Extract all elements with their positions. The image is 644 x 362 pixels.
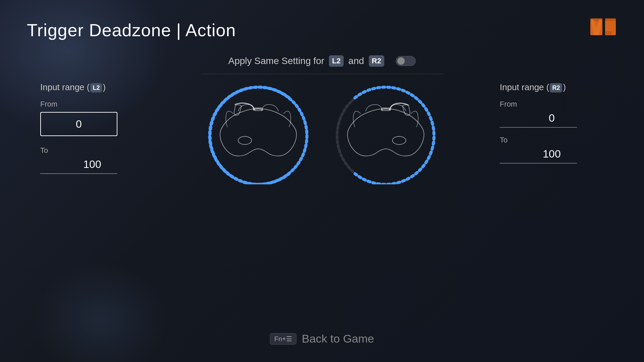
apply-same-setting-row: Apply Same Setting for L2 and R2 xyxy=(228,55,416,67)
left-from-label: From xyxy=(40,100,144,109)
r2-badge: R2 xyxy=(369,55,384,67)
right-from-label: From xyxy=(500,100,604,109)
svg-point-12 xyxy=(238,136,252,144)
right-to-section: To 100 xyxy=(500,136,604,164)
right-to-label: To xyxy=(500,136,604,144)
apply-same-toggle[interactable] xyxy=(395,56,416,66)
left-from-input[interactable]: 0 xyxy=(40,112,117,136)
page-title: Trigger Deadzone | Action xyxy=(27,20,236,40)
divider xyxy=(201,74,443,74)
right-to-value: 100 xyxy=(500,148,604,160)
controllers-area xyxy=(195,80,449,188)
bg-glow-bottomleft xyxy=(34,261,168,362)
svg-rect-7 xyxy=(605,18,616,21)
left-to-section: To 100 xyxy=(40,146,144,174)
right-input-range-label: Input range (R2) xyxy=(500,82,604,93)
wj-logo-icon xyxy=(590,18,617,42)
left-input-range-label: Input range (L2) xyxy=(40,82,144,93)
shortcut-badge: Fn+☰ xyxy=(270,333,297,345)
left-to-value: 100 xyxy=(40,158,144,171)
back-to-game-label[interactable]: Back to Game xyxy=(302,332,374,345)
left-to-underline xyxy=(40,173,117,174)
toggle-knob xyxy=(397,57,405,65)
left-from-value: 0 xyxy=(76,118,82,130)
right-controller-body xyxy=(342,102,429,169)
right-from-underline xyxy=(500,127,577,128)
right-panel: Input range (R2) From 0 To 100 xyxy=(500,82,604,164)
and-label: and xyxy=(348,56,364,66)
left-l2-badge: L2 xyxy=(90,83,102,93)
svg-rect-9 xyxy=(606,31,612,35)
right-to-underline xyxy=(500,163,577,164)
shortcut-text: Fn+☰ xyxy=(274,335,292,343)
svg-rect-8 xyxy=(609,22,614,32)
svg-point-15 xyxy=(392,136,406,144)
apply-same-label: Apply Same Setting for xyxy=(228,56,324,66)
left-controller xyxy=(205,84,312,184)
l2-badge: L2 xyxy=(329,55,344,67)
left-controller-body xyxy=(215,102,302,169)
right-r2-badge: R2 xyxy=(550,83,562,93)
bottom-bar: Fn+☰ Back to Game xyxy=(270,332,374,345)
header: Trigger Deadzone | Action xyxy=(27,18,617,42)
left-to-label: To xyxy=(40,146,144,155)
right-from-value: 0 xyxy=(500,112,604,124)
right-controller xyxy=(332,84,439,184)
left-panel: Input range (L2) From 0 To 100 xyxy=(40,82,144,174)
